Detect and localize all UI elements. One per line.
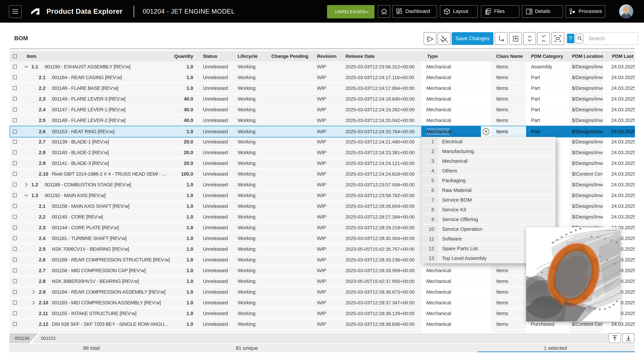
svg-text:PDF: PDF	[487, 10, 491, 12]
